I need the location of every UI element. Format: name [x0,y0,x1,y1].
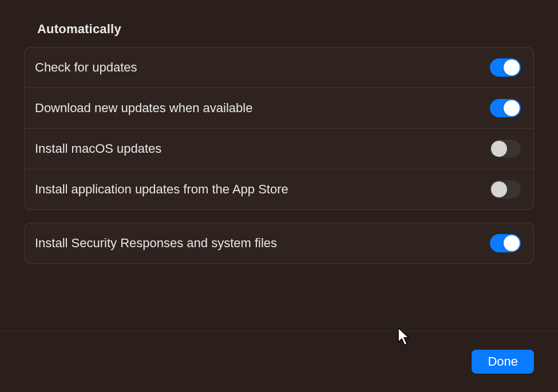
option-row-check-updates: Check for updates [25,47,533,88]
toggle-download-updates[interactable] [490,99,521,117]
options-group-1: Check for updates Download new updates w… [24,47,534,210]
section-title: Automatically [0,22,558,47]
settings-dialog: Automatically Check for updates Download… [0,0,558,392]
option-label: Install Security Responses and system fi… [35,236,277,251]
options-group-2: Install Security Responses and system fi… [24,223,534,264]
toggle-knob [504,100,520,116]
option-label: Install application updates from the App… [35,182,288,197]
toggle-knob [504,60,520,76]
option-label: Install macOS updates [35,141,161,156]
option-label: Check for updates [35,60,137,75]
option-row-install-macos: Install macOS updates [25,129,533,169]
done-button[interactable]: Done [472,350,534,374]
option-row-install-app-store: Install application updates from the App… [25,169,533,209]
toggle-install-app-store[interactable] [490,180,521,199]
toggle-security-responses[interactable] [490,234,521,252]
option-row-download-updates: Download new updates when available [25,88,533,129]
toggle-install-macos[interactable] [490,140,521,158]
toggle-knob [491,181,507,197]
option-label: Download new updates when available [35,101,252,116]
dialog-footer: Done [0,331,558,392]
toggle-knob [504,235,520,251]
toggle-knob [491,141,507,157]
option-row-security-responses: Install Security Responses and system fi… [25,223,533,263]
toggle-check-updates[interactable] [490,58,521,77]
